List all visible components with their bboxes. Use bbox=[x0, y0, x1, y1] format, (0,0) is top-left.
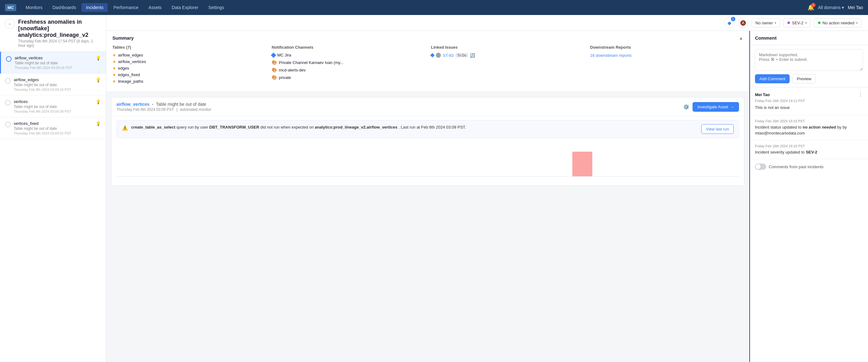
list-item[interactable]: airflow_edges Table might be out of date… bbox=[0, 74, 106, 96]
issue-avatar-icon bbox=[436, 53, 441, 58]
summary-title: Summary bbox=[113, 35, 134, 40]
item-date: Thursday Feb 8th 2024 03:09:16 PST bbox=[14, 88, 92, 92]
status-dropdown[interactable]: No action needed ▾ bbox=[814, 19, 862, 28]
comment-action-buttons: Add Comment Preview bbox=[755, 74, 863, 83]
severity-dropdown[interactable]: SEV-2 ▾ bbox=[783, 19, 811, 28]
comment-panel-title: Comment bbox=[750, 31, 868, 45]
table-item: ★airflow_vertices bbox=[113, 59, 266, 64]
investigate-label: Investigate Asset bbox=[698, 104, 728, 109]
table-name: edges_fixed bbox=[118, 72, 140, 77]
table-item: ★lineage_paths bbox=[113, 79, 266, 84]
owner-dropdown[interactable]: No owner ▾ bbox=[751, 19, 781, 28]
incident-card-header: airflow_vertices - Table might be out of… bbox=[112, 97, 744, 117]
channel-name: Private Channel Kamaev Ivan (my... bbox=[279, 60, 343, 65]
status-chevron-icon: ▾ bbox=[856, 21, 858, 25]
nav-assets[interactable]: Assets bbox=[144, 3, 166, 12]
table-item: ★airflow_edges bbox=[113, 53, 266, 58]
back-button[interactable]: ← bbox=[5, 19, 15, 29]
incident-time: Thursday Feb 8th 2024 03:09 PST bbox=[117, 107, 174, 112]
nav-data-explorer[interactable]: Data Explorer bbox=[167, 3, 203, 12]
issue-diamond-icon bbox=[430, 53, 435, 58]
tables-column: Tables (7) ★airflow_edges ★airflow_verti… bbox=[113, 45, 266, 86]
item-date: Thursday Feb 8th 2024 03:09:52 PST bbox=[14, 131, 92, 135]
nav-performance[interactable]: Performance bbox=[109, 3, 143, 12]
header-actions-bar: ◆ 1 🔕 No owner ▾ SEV-2 ▾ No action neede… bbox=[106, 15, 868, 31]
table-item: ★edges bbox=[113, 66, 266, 70]
list-item[interactable]: airflow_vertices Table might be out of d… bbox=[0, 52, 106, 74]
incident-title-block: airflow_vertices - Table might be out of… bbox=[117, 102, 211, 112]
separator: | bbox=[177, 107, 177, 112]
channels-column: Notification Channels MC Jira 🎨 Private … bbox=[272, 45, 425, 86]
slack-icon: 🎨 bbox=[272, 75, 277, 80]
arrow-right-icon: → bbox=[730, 104, 734, 109]
comment-username: Mei Tao bbox=[755, 92, 770, 97]
channel-item: 🎨 private bbox=[272, 75, 425, 80]
list-item[interactable]: vertices_fixed Table might be out of dat… bbox=[0, 117, 106, 139]
item-circle-icon bbox=[5, 78, 11, 84]
nav-dashboards[interactable]: Dashboards bbox=[48, 3, 81, 12]
item-circle-icon bbox=[5, 100, 11, 105]
jira-diamond-icon bbox=[271, 53, 276, 58]
incident-title-row: airflow_vertices - Table might be out of… bbox=[117, 102, 211, 107]
incident-table-link[interactable]: airflow_vertices bbox=[117, 102, 150, 107]
activity-prefix: Incident status updated to bbox=[755, 125, 802, 130]
user-menu[interactable]: Mei Tao bbox=[848, 5, 863, 10]
nav-settings[interactable]: Settings bbox=[204, 3, 228, 12]
item-bulb-icon[interactable]: 💡 bbox=[96, 77, 101, 83]
item-bulb-icon[interactable]: 💡 bbox=[96, 56, 101, 61]
table-item: ★edges_fixed bbox=[113, 72, 266, 77]
collapse-icon: ▲ bbox=[739, 36, 743, 40]
star-icon: ★ bbox=[113, 72, 116, 77]
activity-date: Friday Feb 16th 2024 19:10 PST bbox=[755, 144, 863, 148]
nav-incidents[interactable]: Incidents bbox=[82, 3, 108, 12]
past-incidents-toggle[interactable] bbox=[755, 164, 766, 170]
table-name: airflow_edges bbox=[118, 53, 143, 58]
view-last-run-button[interactable]: View last run bbox=[701, 124, 734, 134]
mute-icon-btn[interactable]: 🔕 bbox=[738, 18, 748, 28]
center-panel: Summary ▲ Tables (7) ★airflow_edges ★air… bbox=[106, 31, 749, 362]
channel-name: mcd-alerts-dev bbox=[279, 68, 306, 72]
page-title: Freshness anomalies in [snowflake] analy… bbox=[18, 19, 101, 38]
query-suffix: . Last run at Feb 8th 2024 03:09 PST. bbox=[398, 125, 466, 130]
filter-icon[interactable]: ⚙️ bbox=[683, 104, 689, 110]
summary-header[interactable]: Summary ▲ bbox=[106, 31, 749, 45]
status-label: No action needed bbox=[823, 21, 854, 25]
comment-menu-icon[interactable]: ⋮ bbox=[858, 92, 863, 98]
chart-area bbox=[112, 142, 744, 185]
item-bulb-icon[interactable]: 💡 bbox=[96, 121, 101, 126]
comment-item: Mei Tao ⋮ Friday Feb 16th 2024 19:11 PST… bbox=[750, 87, 868, 116]
domain-selector[interactable]: All domains ▾ bbox=[818, 5, 844, 10]
downstream-link[interactable]: 16 downstream reports bbox=[590, 53, 632, 58]
issue-link[interactable]: ST-83 bbox=[443, 53, 454, 58]
notification-badge: 1 bbox=[811, 3, 815, 7]
channel-name: MC Jira bbox=[277, 53, 291, 58]
list-item[interactable]: vertices Table might be out of date Thur… bbox=[0, 96, 106, 117]
incident-description: Table might be out of date bbox=[156, 102, 206, 107]
query-mid-text: did not run when expected on bbox=[260, 125, 315, 130]
query-alert-icon: ⚠️ bbox=[122, 125, 128, 131]
comment-input-area: Add Comment Preview bbox=[750, 45, 868, 87]
item-desc: Table might be out of date bbox=[15, 61, 92, 65]
severity-chevron-icon: ▾ bbox=[805, 21, 807, 25]
add-comment-button[interactable]: Add Comment bbox=[755, 74, 789, 83]
activity-bold: SEV-2 bbox=[806, 150, 817, 155]
notification-bell[interactable]: 🔔 1 bbox=[807, 4, 814, 11]
summary-content: Tables (7) ★airflow_edges ★airflow_verti… bbox=[106, 45, 749, 92]
severity-dot-icon bbox=[787, 22, 790, 24]
query-info-box: ⚠️ create_table_as_select query run by u… bbox=[117, 120, 739, 138]
diamond-icon-btn[interactable]: ◆ 1 bbox=[724, 18, 735, 28]
nav-monitors[interactable]: Monitors bbox=[21, 3, 47, 12]
diamond-badge: 1 bbox=[731, 17, 735, 21]
preview-button[interactable]: Preview bbox=[792, 74, 816, 83]
comment-textarea[interactable] bbox=[755, 49, 863, 71]
investigate-asset-button[interactable]: Investigate Asset → bbox=[692, 102, 739, 112]
item-bulb-icon[interactable]: 💡 bbox=[96, 99, 101, 104]
item-content: airflow_edges Table might be out of date… bbox=[14, 77, 92, 92]
activity-suffix: by bbox=[837, 125, 842, 130]
domain-label: All domains bbox=[818, 5, 840, 10]
item-name: airflow_vertices bbox=[15, 56, 92, 60]
severity-label: SEV-2 bbox=[792, 21, 803, 25]
star-icon: ★ bbox=[113, 53, 116, 58]
comment-body: This is not an issue bbox=[755, 104, 863, 111]
item-name: vertices bbox=[14, 99, 92, 104]
